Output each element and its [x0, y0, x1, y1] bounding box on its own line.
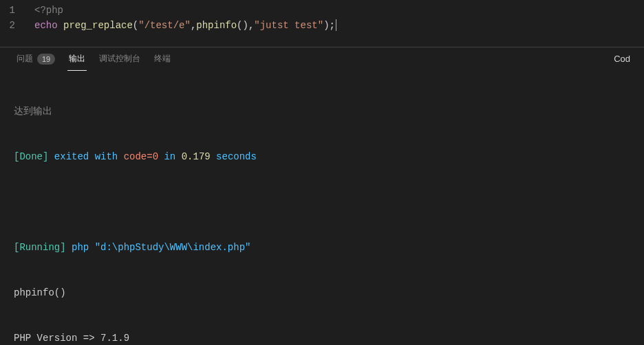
tab-label: 输出: [69, 53, 85, 65]
tab-label: 调试控制台: [99, 53, 140, 65]
tab-output[interactable]: 输出: [62, 47, 92, 70]
code-editor[interactable]: 1 <?php 2 echo preg_replace("/test/e",ph…: [0, 0, 644, 47]
code-line: 2 echo preg_replace("/test/e",phpinfo(),…: [0, 18, 644, 33]
tab-debug[interactable]: 调试控制台: [92, 47, 147, 70]
output-line: phpinfo(): [14, 285, 630, 300]
line-number: 2: [0, 18, 34, 33]
code-button[interactable]: Cod: [610, 52, 634, 65]
tab-label: 问题: [17, 53, 33, 65]
panel: 问题 19 输出 调试控制台 终端 Cod 达到输出 [Done] exited…: [0, 47, 644, 345]
line-number: 1: [0, 3, 34, 18]
code-line: 1 <?php: [0, 3, 644, 18]
output-line: [14, 194, 630, 210]
tab-problems[interactable]: 问题 19: [10, 47, 62, 70]
line-content[interactable]: echo preg_replace("/test/e",phpinfo(),"j…: [34, 18, 644, 33]
output-line: [Done] exited with code=0 in 0.179 secon…: [14, 149, 630, 164]
panel-tabs: 问题 19 输出 调试控制台 终端 Cod: [0, 47, 644, 71]
panel-actions: Cod: [610, 52, 634, 65]
output-line: PHP Version => 7.1.9: [14, 331, 630, 345]
output-area[interactable]: 达到输出 [Done] exited with code=0 in 0.179 …: [0, 71, 644, 345]
output-line: [Running] php "d:\phpStudy\WWW\index.php…: [14, 240, 630, 255]
problems-badge: 19: [37, 54, 55, 65]
output-line: 达到输出: [14, 104, 630, 119]
tab-label: 终端: [154, 53, 171, 65]
tab-terminal[interactable]: 终端: [147, 47, 178, 70]
cursor-icon: [336, 19, 336, 31]
line-content[interactable]: <?php: [34, 3, 644, 18]
